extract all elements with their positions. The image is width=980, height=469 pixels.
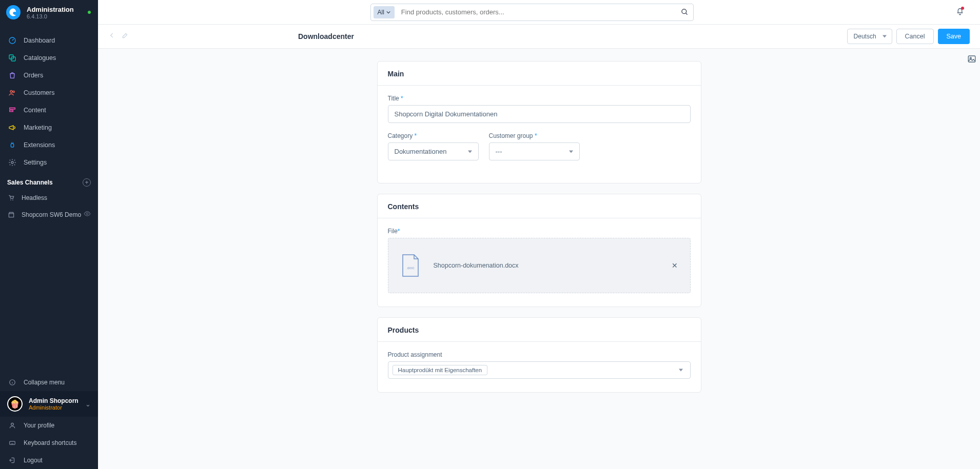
content-icon [8,106,16,114]
nav-label: Settings [24,159,47,166]
svg-point-8 [11,161,13,164]
customer-group-label: Customer group * [489,132,580,139]
keyboard-icon [8,439,16,447]
gauge-icon [8,36,16,45]
category-select[interactable]: Dokumentationen [388,142,479,160]
person-icon [8,421,16,430]
title-label: Title * [388,95,691,102]
app-logo [6,5,21,19]
card-title: Products [378,318,701,342]
file-remove-button[interactable]: ✕ [672,261,678,270]
edit-button[interactable] [122,32,129,41]
sales-channel-headless[interactable]: Headless [0,190,98,206]
megaphone-icon [8,124,16,132]
nav-label: Orders [24,72,43,79]
add-channel-button[interactable]: + [83,178,91,187]
nav-label: Content [24,107,46,114]
notification-dot-icon [961,7,964,10]
search-icon [681,8,689,16]
pencil-icon [122,32,129,39]
sales-channel-label: Shopcorn SW6 Demo [22,211,81,218]
users-icon [8,89,16,97]
search-scope-dropdown[interactable]: All [374,6,395,18]
nav-catalogues[interactable]: Catalogues [0,49,98,67]
sales-channel-demo[interactable]: Shopcorn SW6 Demo [0,206,98,223]
nav-list: Dashboard Catalogues Orders Customers Co… [0,25,98,171]
nav-customers[interactable]: Customers [0,84,98,101]
language-select[interactable]: Deutsch [847,29,892,44]
logout-link[interactable]: Logout [0,452,98,469]
bottom-label: Keyboard shortcuts [24,439,76,446]
contents-card: Contents File* .DOC Shopcorn-dokumenatio… [377,194,701,307]
nav-extensions[interactable]: Extensions [0,136,98,154]
product-tag: Hauptprodükt mit Eigenschaften [393,365,488,375]
nav-label: Dashboard [24,37,55,44]
title-input[interactable] [388,105,691,123]
avatar: 🍿 [7,396,23,412]
file-label: File* [388,228,691,235]
category-label: Category * [388,132,479,139]
search-input[interactable] [397,8,677,16]
nav-marketing[interactable]: Marketing [0,119,98,136]
chevron-down-icon: ⌄ [85,400,91,408]
search-button[interactable] [677,8,693,16]
nav-orders[interactable]: Orders [0,67,98,84]
products-card: Products Product assignment Hauptprodükt… [377,317,701,393]
file-upload-zone[interactable]: .DOC Shopcorn-dokumenation.docx ✕ [388,238,691,293]
user-block[interactable]: 🍿 Admin Shopcorn Administrator ⌄ [0,391,98,417]
bottom-label: Logout [24,457,43,464]
nav-settings[interactable]: Settings [0,154,98,171]
back-button[interactable] [108,32,115,41]
svg-rect-6 [10,110,13,112]
shopware-icon [9,8,18,17]
nav-label: Extensions [24,141,55,149]
your-profile-link[interactable]: Your profile [0,417,98,434]
sales-channels-title: Sales Channels [7,179,53,186]
logout-icon [8,456,16,464]
bag-icon [8,71,16,79]
file-name: Shopcorn-dokumenation.docx [434,262,672,269]
product-assignment-select[interactable]: Hauptprodükt mit Eigenschaften [388,361,691,379]
svg-rect-11 [9,213,13,217]
storefront-icon [7,211,15,219]
gear-icon [8,158,16,167]
bottom-label: Your profile [24,422,54,429]
svg-rect-5 [10,108,15,109]
main: All Downloadcenter [98,0,980,469]
nav-content[interactable]: Content [0,101,98,119]
nav-dashboard[interactable]: Dashboard [0,32,98,49]
customer-group-select[interactable]: --- [489,142,580,160]
sidebar-header: Administration 6.4.13.0 [0,0,98,25]
svg-text:.DOC: .DOC [406,267,415,270]
card-title: Contents [378,194,701,218]
image-icon [967,54,976,64]
svg-point-4 [13,91,14,92]
svg-point-16 [682,9,687,14]
user-name: Admin Shopcorn [29,397,85,404]
svg-point-9 [10,199,11,200]
content-area[interactable]: Main Title * Category * Dokumentationen … [98,49,980,469]
svg-point-12 [86,213,88,215]
chevron-left-icon [108,32,115,39]
global-search: All [370,4,694,21]
svg-rect-18 [968,56,975,62]
topbar: All [98,0,980,25]
plug-icon [8,141,16,149]
info-icon [8,378,16,386]
nav-label: Catalogues [24,54,56,62]
cancel-button[interactable]: Cancel [896,29,934,44]
collapse-menu-button[interactable]: Collapse menu [0,374,98,391]
card-title: Main [378,62,701,86]
media-sidebar-toggle[interactable] [964,49,980,69]
nav-label: Customers [24,89,54,96]
sidebar-title: Administration [27,6,74,13]
product-assignment-label: Product assignment [388,351,691,358]
cart-icon [7,194,15,202]
svg-rect-7 [11,144,13,147]
notifications-button[interactable] [955,7,965,18]
save-button[interactable]: Save [938,29,970,44]
file-doc-icon: .DOC [401,254,420,277]
eye-icon[interactable] [84,210,91,219]
chevron-down-icon [386,10,390,14]
keyboard-shortcuts-link[interactable]: Keyboard shortcuts [0,434,98,452]
